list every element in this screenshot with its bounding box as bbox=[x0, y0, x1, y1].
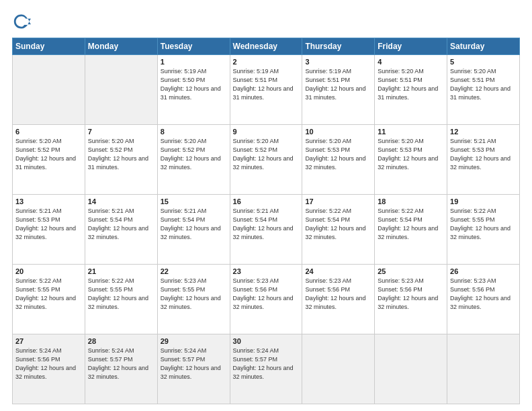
calendar-cell: 12Sunrise: 5:21 AMSunset: 5:53 PMDayligh… bbox=[447, 125, 520, 195]
day-info: Sunrise: 5:23 AMSunset: 5:56 PMDaylight:… bbox=[305, 277, 365, 310]
calendar-week-5: 27Sunrise: 5:24 AMSunset: 5:56 PMDayligh… bbox=[13, 334, 520, 404]
day-number: 25 bbox=[378, 267, 444, 275]
calendar-week-2: 6Sunrise: 5:20 AMSunset: 5:52 PMDaylight… bbox=[13, 125, 520, 195]
day-info: Sunrise: 5:21 AMSunset: 5:53 PMDaylight:… bbox=[15, 208, 76, 240]
calendar-cell: 1Sunrise: 5:19 AMSunset: 5:50 PMDaylight… bbox=[157, 55, 230, 125]
calendar-cell: 23Sunrise: 5:23 AMSunset: 5:56 PMDayligh… bbox=[230, 265, 302, 334]
day-info: Sunrise: 5:21 AMSunset: 5:54 PMDaylight:… bbox=[233, 208, 294, 240]
calendar-cell: 28Sunrise: 5:24 AMSunset: 5:57 PMDayligh… bbox=[85, 334, 157, 404]
column-header-saturday: Saturday bbox=[447, 38, 520, 55]
day-number: 18 bbox=[378, 197, 444, 205]
calendar-cell: 6Sunrise: 5:20 AMSunset: 5:52 PMDaylight… bbox=[13, 125, 85, 195]
day-info: Sunrise: 5:22 AMSunset: 5:54 PMDaylight:… bbox=[378, 208, 438, 240]
column-header-thursday: Thursday bbox=[302, 38, 375, 55]
calendar-cell: 26Sunrise: 5:23 AMSunset: 5:56 PMDayligh… bbox=[447, 265, 520, 334]
day-info: Sunrise: 5:19 AMSunset: 5:51 PMDaylight:… bbox=[233, 68, 294, 101]
day-number: 24 bbox=[305, 267, 371, 275]
day-number: 27 bbox=[15, 337, 82, 345]
day-number: 16 bbox=[233, 197, 300, 205]
day-number: 11 bbox=[378, 128, 444, 136]
calendar-cell bbox=[85, 55, 157, 125]
calendar-week-1: 1Sunrise: 5:19 AMSunset: 5:50 PMDaylight… bbox=[13, 55, 520, 125]
column-header-tuesday: Tuesday bbox=[157, 38, 230, 55]
calendar-header-row: SundayMondayTuesdayWednesdayThursdayFrid… bbox=[13, 38, 520, 55]
day-number: 22 bbox=[161, 267, 227, 275]
day-info: Sunrise: 5:22 AMSunset: 5:55 PMDaylight:… bbox=[450, 208, 511, 240]
logo-icon bbox=[12, 12, 31, 31]
day-info: Sunrise: 5:23 AMSunset: 5:56 PMDaylight:… bbox=[450, 277, 511, 310]
calendar-cell: 5Sunrise: 5:20 AMSunset: 5:51 PMDaylight… bbox=[447, 55, 520, 125]
calendar-week-4: 20Sunrise: 5:22 AMSunset: 5:55 PMDayligh… bbox=[13, 265, 520, 334]
day-number: 8 bbox=[161, 128, 227, 136]
day-number: 7 bbox=[88, 128, 154, 136]
day-info: Sunrise: 5:22 AMSunset: 5:54 PMDaylight:… bbox=[305, 208, 365, 240]
day-info: Sunrise: 5:20 AMSunset: 5:51 PMDaylight:… bbox=[450, 68, 511, 101]
day-number: 14 bbox=[88, 197, 154, 205]
day-info: Sunrise: 5:24 AMSunset: 5:57 PMDaylight:… bbox=[88, 347, 148, 380]
column-header-friday: Friday bbox=[375, 38, 447, 55]
calendar-cell: 22Sunrise: 5:23 AMSunset: 5:55 PMDayligh… bbox=[157, 265, 230, 334]
day-info: Sunrise: 5:20 AMSunset: 5:52 PMDaylight:… bbox=[88, 138, 148, 171]
day-number: 28 bbox=[88, 337, 154, 345]
day-number: 2 bbox=[233, 58, 300, 66]
calendar-cell: 18Sunrise: 5:22 AMSunset: 5:54 PMDayligh… bbox=[375, 195, 447, 265]
day-info: Sunrise: 5:24 AMSunset: 5:57 PMDaylight:… bbox=[233, 347, 294, 380]
day-info: Sunrise: 5:24 AMSunset: 5:57 PMDaylight:… bbox=[161, 347, 221, 380]
column-header-monday: Monday bbox=[85, 38, 157, 55]
calendar-cell: 10Sunrise: 5:20 AMSunset: 5:53 PMDayligh… bbox=[302, 125, 375, 195]
day-number: 5 bbox=[450, 58, 517, 66]
day-info: Sunrise: 5:19 AMSunset: 5:50 PMDaylight:… bbox=[161, 68, 221, 101]
day-info: Sunrise: 5:20 AMSunset: 5:52 PMDaylight:… bbox=[233, 138, 294, 171]
calendar-cell: 16Sunrise: 5:21 AMSunset: 5:54 PMDayligh… bbox=[230, 195, 302, 265]
calendar-cell bbox=[447, 334, 520, 404]
calendar-cell: 7Sunrise: 5:20 AMSunset: 5:52 PMDaylight… bbox=[85, 125, 157, 195]
calendar-cell: 25Sunrise: 5:23 AMSunset: 5:56 PMDayligh… bbox=[375, 265, 447, 334]
day-number: 17 bbox=[305, 197, 371, 205]
column-header-wednesday: Wednesday bbox=[230, 38, 302, 55]
calendar-cell: 27Sunrise: 5:24 AMSunset: 5:56 PMDayligh… bbox=[13, 334, 85, 404]
day-number: 6 bbox=[15, 128, 82, 136]
day-info: Sunrise: 5:24 AMSunset: 5:56 PMDaylight:… bbox=[15, 347, 76, 380]
calendar-cell: 29Sunrise: 5:24 AMSunset: 5:57 PMDayligh… bbox=[157, 334, 230, 404]
calendar-cell: 3Sunrise: 5:19 AMSunset: 5:51 PMDaylight… bbox=[302, 55, 375, 125]
day-info: Sunrise: 5:23 AMSunset: 5:56 PMDaylight:… bbox=[233, 277, 294, 310]
calendar-cell bbox=[375, 334, 447, 404]
day-number: 20 bbox=[15, 267, 82, 275]
day-info: Sunrise: 5:19 AMSunset: 5:51 PMDaylight:… bbox=[305, 68, 365, 101]
day-number: 29 bbox=[161, 337, 227, 345]
column-header-sunday: Sunday bbox=[13, 38, 85, 55]
day-number: 1 bbox=[161, 58, 227, 66]
calendar-cell: 11Sunrise: 5:20 AMSunset: 5:53 PMDayligh… bbox=[375, 125, 447, 195]
day-info: Sunrise: 5:20 AMSunset: 5:53 PMDaylight:… bbox=[378, 138, 438, 171]
day-number: 15 bbox=[161, 197, 227, 205]
day-number: 21 bbox=[88, 267, 154, 275]
day-info: Sunrise: 5:23 AMSunset: 5:56 PMDaylight:… bbox=[378, 277, 438, 310]
calendar-body: 1Sunrise: 5:19 AMSunset: 5:50 PMDaylight… bbox=[13, 55, 520, 404]
day-number: 23 bbox=[233, 267, 300, 275]
day-info: Sunrise: 5:20 AMSunset: 5:52 PMDaylight:… bbox=[161, 138, 221, 171]
page: SundayMondayTuesdayWednesdayThursdayFrid… bbox=[0, 0, 532, 411]
calendar-table: SundayMondayTuesdayWednesdayThursdayFrid… bbox=[12, 38, 520, 404]
day-info: Sunrise: 5:22 AMSunset: 5:55 PMDaylight:… bbox=[15, 277, 76, 310]
day-number: 30 bbox=[233, 337, 300, 345]
day-info: Sunrise: 5:20 AMSunset: 5:52 PMDaylight:… bbox=[15, 138, 76, 171]
day-number: 12 bbox=[450, 128, 517, 136]
calendar-week-3: 13Sunrise: 5:21 AMSunset: 5:53 PMDayligh… bbox=[13, 195, 520, 265]
calendar-cell: 4Sunrise: 5:20 AMSunset: 5:51 PMDaylight… bbox=[375, 55, 447, 125]
day-number: 9 bbox=[233, 128, 300, 136]
calendar-cell bbox=[302, 334, 375, 404]
calendar-cell bbox=[13, 55, 85, 125]
calendar-cell: 19Sunrise: 5:22 AMSunset: 5:55 PMDayligh… bbox=[447, 195, 520, 265]
day-number: 26 bbox=[450, 267, 517, 275]
day-info: Sunrise: 5:21 AMSunset: 5:54 PMDaylight:… bbox=[88, 208, 148, 240]
day-info: Sunrise: 5:21 AMSunset: 5:54 PMDaylight:… bbox=[161, 208, 221, 240]
calendar-cell: 15Sunrise: 5:21 AMSunset: 5:54 PMDayligh… bbox=[157, 195, 230, 265]
calendar-cell: 13Sunrise: 5:21 AMSunset: 5:53 PMDayligh… bbox=[13, 195, 85, 265]
day-info: Sunrise: 5:23 AMSunset: 5:55 PMDaylight:… bbox=[161, 277, 221, 310]
logo bbox=[12, 12, 34, 31]
day-number: 4 bbox=[378, 58, 444, 66]
day-info: Sunrise: 5:22 AMSunset: 5:55 PMDaylight:… bbox=[88, 277, 148, 310]
calendar-cell: 30Sunrise: 5:24 AMSunset: 5:57 PMDayligh… bbox=[230, 334, 302, 404]
day-number: 19 bbox=[450, 197, 517, 205]
calendar-cell: 21Sunrise: 5:22 AMSunset: 5:55 PMDayligh… bbox=[85, 265, 157, 334]
